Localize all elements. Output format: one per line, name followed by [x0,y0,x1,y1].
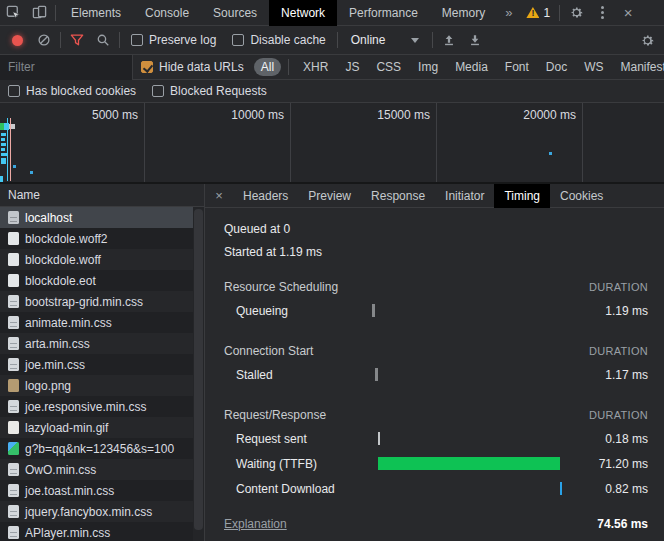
resource-type-js[interactable]: JS [338,58,366,76]
request-row[interactable]: g?b=qq&nk=123456&s=100 [0,438,193,459]
tab-console[interactable]: Console [133,0,201,26]
request-name: g?b=qq&nk=123456&s=100 [25,442,174,456]
warnings-badge[interactable]: ! 1 [520,6,556,20]
divider [432,32,433,48]
timing-row: Waiting (TTFB)71.20 ms [224,451,648,476]
request-row[interactable]: localhost [0,207,193,228]
request-name: blockdole.eot [25,274,96,288]
request-name: blockdole.woff2 [25,232,108,246]
request-row[interactable]: joe.toast.min.css [0,480,193,501]
resource-type-manifest[interactable]: Manifest [614,58,664,76]
detail-tab-preview[interactable]: Preview [298,184,361,208]
timing-section-header: Resource SchedulingDURATION [224,276,648,298]
stylesheet-file-icon [8,463,19,476]
record-network-log-button[interactable] [12,35,23,46]
resource-type-css[interactable]: CSS [369,58,408,76]
device-toolbar-icon[interactable] [26,1,52,25]
request-name: OwO.min.css [25,463,96,477]
overview-waterfall-mark [30,171,33,174]
explanation-link[interactable]: Explanation [224,517,287,531]
request-row[interactable]: lazyload-min.gif [0,417,193,438]
close-detail-icon[interactable]: × [205,188,233,203]
import-har-icon[interactable] [436,28,462,52]
timing-section: Resource SchedulingDURATIONQueueing1.19 … [224,276,648,323]
export-har-icon[interactable] [462,28,488,52]
requests-panel: Name localhostblockdole.woff2blockdole.w… [0,184,205,541]
timing-section-title: Resource Scheduling [224,280,588,294]
has-blocked-cookies-label: Has blocked cookies [26,84,136,98]
network-settings-gear-icon[interactable] [634,28,660,52]
timing-row-value: 0.82 ms [564,482,648,496]
request-row[interactable]: joe.responsive.min.css [0,396,193,417]
request-row[interactable]: blockdole.woff [0,249,193,270]
stylesheet-file-icon [8,295,19,308]
request-row[interactable]: APlayer.min.css [0,522,193,541]
overview-waterfall-mark [1,138,5,141]
close-devtools-icon[interactable]: × [615,1,641,25]
request-row[interactable]: OwO.min.css [0,459,193,480]
kebab-menu-icon[interactable] [589,1,615,25]
request-row[interactable]: logo.png [0,375,193,396]
requests-scrollbar[interactable] [193,207,204,541]
image-file-icon [8,379,19,392]
request-row[interactable]: animate.min.css [0,312,193,333]
request-name: joe.toast.min.css [25,484,114,498]
resource-type-img[interactable]: Img [411,58,445,76]
detail-tab-headers[interactable]: Headers [233,184,298,208]
timing-row: Request sent0.18 ms [224,426,648,451]
inspect-element-icon[interactable] [0,1,26,25]
tab-sources[interactable]: Sources [201,0,269,26]
throttling-dropdown[interactable]: Online [341,33,430,47]
chevron-down-icon [411,38,419,43]
stylesheet-file-icon [8,337,19,350]
timing-bar [378,457,559,470]
request-row[interactable]: blockdole.woff2 [0,228,193,249]
resource-type-font[interactable]: Font [498,58,536,76]
request-name: joe.min.css [25,358,85,372]
resource-type-xhr[interactable]: XHR [296,58,335,76]
request-row[interactable]: jquery.fancybox.min.css [0,501,193,522]
overview-waterfall-mark [1,148,5,151]
search-icon[interactable] [90,28,116,52]
divider [55,5,56,21]
request-row[interactable]: arta.min.css [0,333,193,354]
blocked-requests-checkbox[interactable]: Blocked Requests [144,84,275,98]
request-detail-panel: × HeadersPreviewResponseInitiatorTimingC… [205,184,664,541]
request-row[interactable]: bootstrap-grid.min.css [0,291,193,312]
timing-row-value: 71.20 ms [564,457,648,471]
resource-type-ws[interactable]: WS [577,58,610,76]
resource-type-doc[interactable]: Doc [539,58,574,76]
request-row[interactable]: joe.min.css [0,354,193,375]
checkbox-box [152,85,164,97]
tab-network[interactable]: Network [269,0,337,26]
document-file-icon [8,211,19,224]
filter-input[interactable] [0,55,133,80]
timing-section-title: Connection Start [224,344,588,358]
resource-type-all[interactable]: All [254,58,281,76]
tab-elements[interactable]: Elements [59,0,133,26]
timing-section-header: Request/ResponseDURATION [224,404,648,426]
name-column-header[interactable]: Name [0,184,204,207]
has-blocked-cookies-checkbox[interactable]: Has blocked cookies [0,84,144,98]
detail-tab-timing[interactable]: Timing [494,184,550,208]
more-tabs-icon[interactable]: » [497,5,520,20]
detail-tab-initiator[interactable]: Initiator [435,184,494,208]
scrollbar-thumb[interactable] [194,209,203,530]
request-row[interactable]: blockdole.eot [0,270,193,291]
preserve-log-checkbox[interactable]: Preserve log [123,33,224,47]
request-name: localhost [25,211,72,225]
settings-gear-icon[interactable] [563,1,589,25]
filter-toggle-icon[interactable] [64,28,90,52]
clear-network-log-icon[interactable] [31,28,57,52]
detail-tab-response[interactable]: Response [361,184,435,208]
network-overview-timeline[interactable]: 5000 ms10000 ms15000 ms20000 ms [0,103,664,184]
timing-row-value: 1.19 ms [564,304,648,318]
tab-performance[interactable]: Performance [337,0,430,26]
disable-cache-checkbox[interactable]: Disable cache [224,33,333,47]
overview-gridline [582,103,583,182]
resource-type-media[interactable]: Media [448,58,495,76]
timing-row: Stalled1.17 ms [224,362,648,387]
detail-tab-cookies[interactable]: Cookies [550,184,613,208]
tab-memory[interactable]: Memory [430,0,497,26]
hide-data-urls-checkbox[interactable]: Hide data URLs [133,60,252,74]
